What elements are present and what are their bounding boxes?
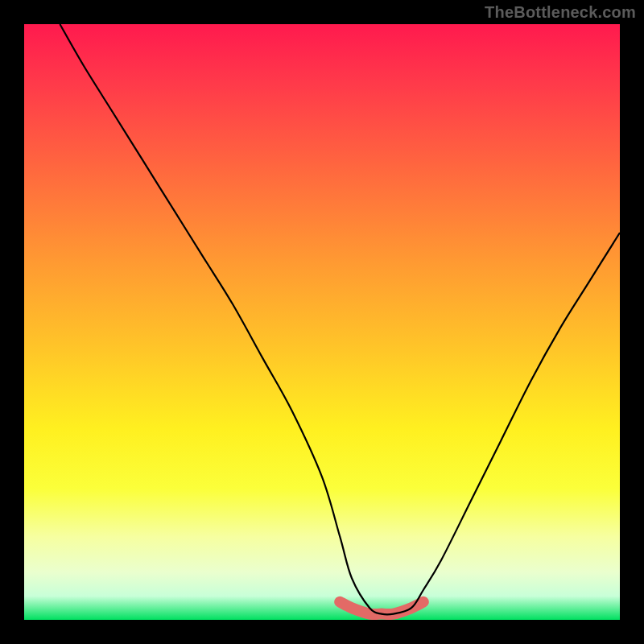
watermark-text: TheBottleneck.com — [485, 3, 636, 22]
chart-svg — [24, 24, 620, 620]
plot-area — [24, 24, 620, 620]
bottleneck-curve-line — [60, 24, 620, 615]
chart-frame: TheBottleneck.com — [0, 0, 644, 644]
